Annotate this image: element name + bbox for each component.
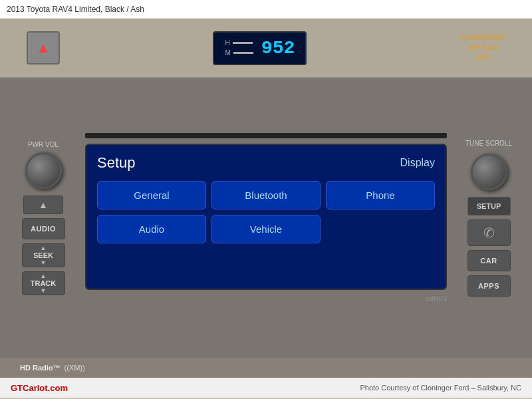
clock-time: 952 — [261, 38, 295, 59]
tune-scroll-label: TUNE SCROLL — [466, 140, 512, 147]
left-controls: PWR VOL ▲ AUDIO ▲ SEEK ▼ ▲ TRACK ▼ — [13, 141, 73, 295]
infotainment-screen: Setup Display General Bluetooth Phone Au… — [85, 144, 447, 290]
clock-lines: H M — [225, 39, 253, 57]
eject-icon: ▲ — [39, 200, 48, 210]
cd-slot — [85, 133, 447, 138]
display-button[interactable]: Display — [400, 157, 435, 169]
unit-id: 1000/72 — [425, 295, 447, 302]
hazard-button[interactable]: ▲ — [27, 31, 60, 65]
phone-button[interactable]: ✆ — [467, 219, 511, 246]
credit-text: Photo Courtesy of Cloninger Ford – Salis… — [360, 384, 521, 392]
track-up-icon: ▲ — [41, 273, 47, 279]
hd-sirius-area: HD Radio™ ((XM)) — [20, 364, 85, 372]
eject-button[interactable]: ▲ — [23, 196, 63, 214]
seek-up-icon: ▲ — [41, 245, 47, 251]
page-header: 2013 Toyota RAV4 Limited, Black / Ash — [0, 0, 532, 19]
seek-button[interactable]: ▲ SEEK ▼ — [22, 243, 65, 267]
m-label: M — [225, 49, 230, 57]
pwr-vol-label: PWR VOL — [28, 141, 59, 148]
setup-button[interactable]: SETUP — [467, 197, 511, 215]
seek-down-icon: ▼ — [41, 259, 47, 266]
seek-label: SEEK — [33, 251, 53, 259]
main-unit: PWR VOL ▲ AUDIO ▲ SEEK ▼ ▲ TRACK ▼ Setup… — [0, 78, 532, 358]
hazard-icon: ▲ — [36, 39, 51, 57]
hd-radio-logo: HD Radio™ — [20, 364, 61, 372]
gtcarlot-logo: GTCarlot.com — [11, 383, 68, 393]
screen-container: Setup Display General Bluetooth Phone Au… — [85, 133, 447, 303]
audio-screen-button[interactable]: Audio — [97, 215, 206, 243]
screen-buttons-row1: General Bluetooth Phone — [97, 181, 435, 209]
h-label: H — [225, 39, 229, 47]
general-button[interactable]: General — [97, 181, 206, 209]
clock-display: H M 952 — [213, 31, 307, 65]
track-label: TRACK — [31, 279, 57, 287]
phone-screen-button[interactable]: Phone — [326, 181, 435, 209]
page-title: 2013 Toyota RAV4 Limited, Black / Ash — [7, 5, 144, 14]
screen-header: Setup Display — [97, 154, 435, 172]
airbag-display: PASSENGER AIR BAG OFF — [460, 33, 505, 63]
pwr-vol-knob[interactable] — [25, 152, 62, 189]
car-button[interactable]: CAR — [467, 250, 511, 271]
airbag-label: PASSENGER — [460, 33, 505, 43]
bluetooth-button[interactable]: Bluetooth — [211, 181, 321, 209]
sirius-logo: ((XM)) — [65, 364, 85, 372]
track-button[interactable]: ▲ TRACK ▼ — [22, 271, 65, 295]
top-bar: ▲ H M 952 PASSENGER AIR BAG OFF — [0, 19, 532, 78]
phone-icon: ✆ — [483, 225, 495, 241]
tune-scroll-knob[interactable] — [471, 154, 507, 190]
bottom-bar: HD Radio™ ((XM)) — [0, 358, 532, 378]
track-down-icon: ▼ — [41, 287, 47, 294]
right-controls: TUNE SCROLL SETUP ✆ CAR APPS — [459, 140, 519, 297]
screen-buttons-row2: Audio Vehicle — [97, 215, 435, 243]
empty-slot — [326, 215, 435, 243]
screen-title: Setup — [97, 154, 136, 172]
airbag-line2: OFF — [460, 53, 505, 63]
audio-button[interactable]: AUDIO — [22, 218, 65, 239]
vehicle-button[interactable]: Vehicle — [211, 215, 321, 243]
apps-button[interactable]: APPS — [467, 275, 511, 297]
photo-credit-bar: GTCarlot.com Photo Courtesy of Cloninger… — [0, 378, 532, 398]
airbag-line1: AIR BAG — [460, 43, 505, 53]
